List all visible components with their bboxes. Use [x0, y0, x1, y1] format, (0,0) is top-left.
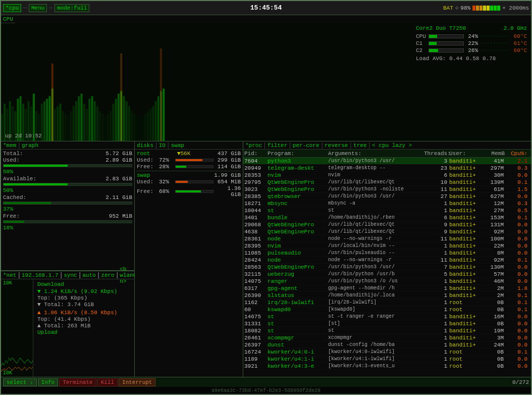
table-row[interactable]: 1189 kworker/u4:1-i [kworker/u4:1-iwlwif… — [243, 356, 531, 363]
table-row[interactable]: 20949 telegram-deskt telegram-desktop --… — [243, 165, 531, 172]
table-row[interactable]: 29795 QtWebEnginePro /usr/lib/qt/libexec… — [243, 179, 531, 186]
tab-menu[interactable]: Menu — [29, 4, 47, 12]
disk-free-val: 114 GiB — [216, 164, 241, 170]
table-row[interactable]: 4638 QtWebEnginePro /usr/lib/qt/libexec/… — [243, 228, 531, 235]
net-tab[interactable]: *net — [3, 272, 16, 278]
proc-mem: 0B — [485, 349, 505, 355]
svg-rect-44 — [115, 98, 117, 141]
proc-args: /usr/bin/pulseaudio -- — [328, 250, 424, 256]
table-row[interactable]: 28361 node node --no-warnings -r 11 band… — [243, 235, 531, 242]
proc-threads: 1 — [424, 314, 449, 320]
kill-btn[interactable]: Kill — [97, 378, 118, 386]
proc-prog: dunst — [268, 342, 328, 348]
table-row[interactable]: 28563 QtWebEnginePro /usr/bin/python3 /u… — [243, 264, 531, 271]
disk-used-bar-fill — [176, 159, 202, 161]
reverse-tab[interactable]: reverse — [325, 142, 348, 149]
proc-pid: 28395 — [244, 243, 268, 249]
swap-divider — [137, 171, 241, 171]
proc-mem: 0B — [485, 300, 505, 306]
io-tab[interactable]: IO — [159, 142, 166, 149]
svg-rect-21 — [54, 109, 56, 141]
disk-sep2: │ — [167, 142, 170, 149]
mem-used-label: Used: — [3, 157, 20, 163]
tab-mode[interactable]: mode:full — [55, 4, 89, 12]
cpu-stat-row-0: CPU 24% ········· 60°C — [416, 33, 527, 39]
disks-tab[interactable]: disks — [137, 142, 153, 149]
disk-content: root ▼56K 437 GiB Used: 72% 299 GiB Free… — [135, 150, 243, 199]
proc-threads: 1 — [424, 328, 449, 334]
net-zero[interactable]: zero — [101, 272, 114, 278]
proc-user: banditi+ — [449, 165, 485, 171]
info-btn[interactable]: Info — [38, 378, 58, 386]
mem-used-row: Used: 2.89 GiB — [3, 157, 132, 163]
proc-pid: 4638 — [244, 229, 268, 235]
mem-tab[interactable]: *mem — [3, 142, 16, 149]
svg-rect-38 — [99, 111, 101, 141]
interrupt-btn[interactable]: Interrupt — [119, 378, 155, 386]
terminate-btn[interactable]: Terminate — [59, 378, 96, 386]
table-row[interactable]: 29068 QtWebEnginePro /usr/lib/qt/libexec… — [243, 221, 531, 228]
percore-tab[interactable]: per-core — [293, 142, 320, 149]
net-auto[interactable]: auto — [82, 272, 95, 278]
tab-cpu[interactable]: *cpu — [3, 4, 21, 12]
cpu-tab[interactable]: CPU — [3, 16, 13, 22]
table-row[interactable]: 31331 st [st] 1 banditi+ 0B 0.0 — [243, 320, 531, 327]
proc-threads: 1 — [424, 307, 449, 313]
swap-tab[interactable]: swap — [171, 142, 184, 149]
cpu-lazy-tab[interactable]: < cpu lazy > — [372, 142, 412, 149]
table-row[interactable]: 26397 dunst dunst -config /home/ba 1 ban… — [243, 341, 531, 349]
proc-cpu: 0.0 — [505, 236, 527, 242]
cpu-temp-2: 60°C — [511, 47, 527, 54]
table-row[interactable]: 11085 pulseaudio /usr/bin/pulseaudio -- … — [243, 250, 531, 257]
table-row[interactable]: 32115 ueberzug /usr/bin/python /usr/b 5 … — [243, 271, 531, 278]
table-row[interactable]: 28395 nvim /usr/local/bin/nvim -- 1 band… — [243, 242, 531, 250]
proc-pid: 14675 — [244, 314, 268, 320]
table-row[interactable]: 18271 mbsync mbsync -a 1 banditi+ 12M 0.… — [243, 200, 531, 207]
table-row[interactable]: 3921 kworker/u4:3-e [kworker/u4:3-events… — [243, 363, 531, 370]
mem-header: *mem │ graph — [1, 141, 134, 150]
table-row[interactable]: 26390 slstatus /home/bandithijo/.loca 1 … — [243, 292, 531, 299]
mem-free-row: Free: 952 MiB — [3, 213, 132, 219]
table-row[interactable]: 28353 nvim nvim 6 banditi+ 30M 0.0 — [243, 172, 531, 179]
net-sep5: │ — [116, 272, 119, 278]
proc-mem: 0B — [485, 307, 505, 313]
swap-used-row: Used: 32% 654 MiB — [137, 179, 241, 185]
tree-tab[interactable]: tree — [353, 142, 366, 149]
proc-mem: 22M — [485, 243, 505, 249]
table-row[interactable]: 3023 QtWebEnginePro /usr/bin/python3 -no… — [243, 186, 531, 193]
proc-user: banditi+ — [449, 250, 485, 256]
net-label-top: 10K — [3, 280, 12, 286]
select-btn[interactable]: select ↓ — [3, 378, 37, 386]
table-row[interactable]: 7604 python3 /usr/bin/python3 /usr/ 3 ba… — [243, 158, 531, 165]
proc-prog: bundle — [268, 215, 328, 221]
proc-pid: 26397 — [244, 342, 268, 348]
disk-root-io: ▼56K — [177, 151, 190, 157]
proc-prog: xcompmgr — [268, 335, 328, 341]
cpu-info-panel: Core2 Duo T7250 2.0 GHz CPU 24% ········… — [416, 25, 527, 62]
table-row[interactable]: 16724 kworker/u4:0-i [kworker/u4:0-iwlwi… — [243, 349, 531, 356]
filter-tab[interactable]: filter — [268, 142, 288, 149]
table-row[interactable]: 60 kswapd0 [kswapd0] 1 root 0B 0.1 — [243, 306, 531, 313]
table-row[interactable]: 28424 node node --no-warnings -r 11 band… — [243, 257, 531, 264]
net-sync[interactable]: sync — [64, 272, 77, 278]
table-row[interactable]: 6317 gpg-agent gpg-agent --homedir /h 1 … — [243, 285, 531, 292]
proc-tab[interactable]: *proc — [245, 142, 262, 149]
svg-rect-23 — [60, 104, 62, 141]
proc-sep3: │ — [321, 142, 324, 149]
mem-content: Total: 5.72 GiB Used: 2.89 GiB 50% Avail… — [1, 150, 134, 233]
table-row[interactable]: 1162 irq/28-iwlwifi [irq/28-iwlwifi] 1 r… — [243, 299, 531, 306]
bat-seg-3 — [480, 6, 483, 11]
table-row[interactable]: 10044 st st 1 banditi+ 27M 0.5 — [243, 207, 531, 214]
proc-user: banditi+ — [449, 271, 485, 277]
table-row[interactable]: 28385 qtebrowser /usr/bin/python3 /usr/ … — [243, 193, 531, 200]
table-row[interactable]: 3401 bundle /home/bandithijo/.rben 6 ban… — [243, 214, 531, 221]
proc-threads: 1 — [424, 321, 449, 327]
table-row[interactable]: 14675 st st -t ranger -e ranger 1 bandit… — [243, 313, 531, 320]
table-row[interactable]: 14075 ranger /usr/bin/python3 /o /us 1 b… — [243, 278, 531, 285]
net-ip[interactable]: 192.168.1.7 — [22, 272, 59, 278]
proc-prog: st — [268, 208, 328, 214]
graph-tab[interactable]: graph — [22, 142, 38, 149]
proc-cpu: 0.1 — [505, 292, 527, 299]
table-row[interactable]: 18082 st st 1 banditi+ 19M 0.0 — [243, 327, 531, 334]
table-row[interactable]: 26461 xcompmgr xcompmgr 1 banditi+ 3M 0.… — [243, 334, 531, 341]
